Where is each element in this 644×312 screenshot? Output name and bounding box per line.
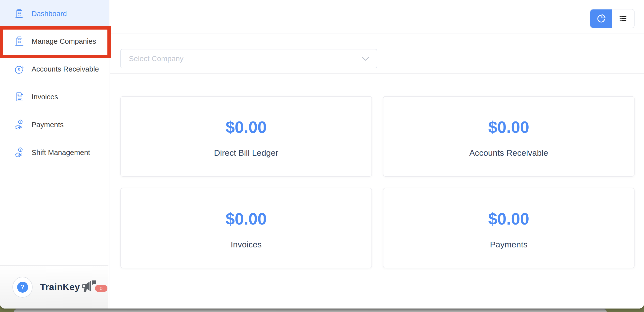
company-select-dropdown[interactable]: Select Company <box>120 49 377 68</box>
stat-value: $0.00 <box>488 118 529 137</box>
chart-view-button[interactable] <box>590 9 612 28</box>
filter-row: Select Company <box>110 34 644 74</box>
sidebar-item-manage-companies[interactable]: Manage Companies <box>0 27 109 55</box>
sidebar-item-accounts-receivable[interactable]: $ Accounts Receivable <box>0 55 109 83</box>
stat-label: Invoices <box>231 240 262 249</box>
screen: Dashboard Manage Companies <box>0 0 644 312</box>
app-window: Dashboard Manage Companies <box>0 0 644 309</box>
pie-chart-icon <box>596 14 606 23</box>
sidebar-item-invoices[interactable]: $ Invoices <box>0 83 109 111</box>
building-icon <box>14 8 25 19</box>
view-toggle <box>590 9 634 28</box>
sidebar-item-label: Invoices <box>32 93 58 101</box>
svg-text:$: $ <box>18 93 19 97</box>
brand-trainkey: TrainKey <box>40 282 80 292</box>
building-icon <box>14 36 25 47</box>
hand-coin-icon: $ <box>14 119 25 130</box>
sidebar-item-label: Shift Management <box>32 149 90 157</box>
invoice-document-icon: $ <box>14 91 25 102</box>
stat-card-payments: $0.00 Payments <box>383 188 634 268</box>
announcement-count-badge: 0 <box>95 285 108 292</box>
sidebar-item-payments[interactable]: $ Payments <box>0 111 109 139</box>
dollar-circle-arrow-icon: $ <box>14 64 25 74</box>
svg-text:$: $ <box>18 67 20 72</box>
stat-cards-grid: $0.00 Direct Bill Ledger $0.00 Accounts … <box>110 74 644 268</box>
stat-value: $0.00 <box>488 209 529 228</box>
chevron-down-icon <box>362 55 369 62</box>
list-view-button[interactable] <box>612 9 634 28</box>
main-header <box>110 0 644 34</box>
sidebar-footer: ? TrainKey 0 <box>0 265 108 309</box>
help-button[interactable]: ? <box>12 277 32 298</box>
stat-card-accounts-receivable: $0.00 Accounts Receivable <box>383 96 634 177</box>
stat-label: Direct Bill Ledger <box>214 148 278 158</box>
sidebar-item-label: Payments <box>32 121 64 129</box>
stat-label: Payments <box>490 240 528 249</box>
stat-card-invoices: $0.00 Invoices <box>120 188 372 268</box>
list-icon <box>618 14 628 23</box>
question-mark-icon: ? <box>17 282 28 293</box>
sidebar-item-label: Dashboard <box>32 10 67 18</box>
svg-text:$: $ <box>20 149 21 151</box>
stat-card-direct-bill-ledger: $0.00 Direct Bill Ledger <box>120 96 372 177</box>
stat-label: Accounts Receivable <box>469 148 548 158</box>
sidebar: Dashboard Manage Companies <box>0 0 110 309</box>
sidebar-item-shift-management[interactable]: $ Shift Management <box>0 139 109 166</box>
sidebar-item-label: Accounts Receivable <box>32 65 99 73</box>
company-select-placeholder: Select Company <box>129 54 184 63</box>
main-content: Select Company $0.00 Direct Bill Ledger … <box>110 0 644 309</box>
announcements-button[interactable]: 0 <box>82 279 108 296</box>
sidebar-item-label: Manage Companies <box>32 37 96 45</box>
background-window-edge <box>14 308 607 312</box>
sidebar-item-dashboard[interactable]: Dashboard <box>0 0 109 27</box>
hand-coin-icon: $ <box>14 147 25 158</box>
stat-value: $0.00 <box>226 209 266 228</box>
stat-value: $0.00 <box>226 118 266 137</box>
svg-text:$: $ <box>20 121 21 123</box>
